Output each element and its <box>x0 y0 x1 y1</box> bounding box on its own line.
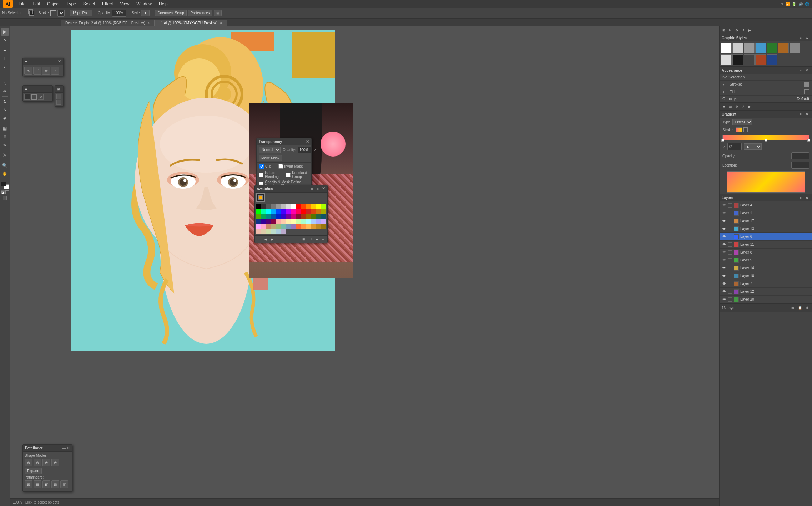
swatches-foot-btn-1[interactable]: ☰ <box>256 236 262 242</box>
swatches-foot-btn-7[interactable]: − <box>320 236 326 242</box>
pf-merge[interactable]: ◧ <box>42 480 50 488</box>
swatch-item[interactable] <box>271 224 276 229</box>
pf-exclude[interactable]: ⊘ <box>51 459 59 466</box>
mini-color-btn-fill[interactable] <box>24 94 30 100</box>
swatch-item[interactable] <box>256 229 261 234</box>
right-panel-icon-4[interactable]: ↺ <box>740 27 746 33</box>
tool-eyedropper[interactable]: ⊕ <box>1 133 9 140</box>
swatch-item[interactable] <box>316 214 321 219</box>
pathfinder-close[interactable]: ✕ <box>67 446 70 450</box>
swatch-item[interactable] <box>271 214 276 219</box>
ap-menu[interactable]: ≡ <box>798 67 803 73</box>
brush-tool-2[interactable]: ⌒ <box>33 67 41 75</box>
swatch-item[interactable] <box>301 209 306 214</box>
foreground-color[interactable] <box>1 182 6 186</box>
swatch-item[interactable] <box>271 204 276 209</box>
ap-stroke-eye[interactable]: ● <box>722 82 727 86</box>
layer-row[interactable]: 👁 Layer 1 <box>720 209 812 217</box>
swatch-item[interactable] <box>301 219 306 224</box>
transform-btn-2[interactable] <box>56 100 61 105</box>
swatch-item[interactable] <box>281 204 286 209</box>
gradient-btn-3[interactable]: ⚙ <box>734 104 740 109</box>
grad-stroke-preview[interactable] <box>743 127 748 132</box>
tab-11ai[interactable]: 11.ai @ 100% (CMYK/GPU Preview) ✕ <box>155 20 227 26</box>
tab-close-0[interactable]: ✕ <box>147 21 150 25</box>
pf-divide[interactable]: ⊞ <box>25 480 32 488</box>
swatch-item[interactable] <box>266 219 271 224</box>
menu-window[interactable]: Window <box>133 1 155 7</box>
tool-hand[interactable]: ✋ <box>1 170 9 178</box>
layer-lock-toggle[interactable] <box>728 211 732 215</box>
tool-pen[interactable]: ✒ <box>1 46 9 54</box>
tool-blend[interactable]: ∞ <box>1 141 9 149</box>
menu-help[interactable]: Help <box>156 1 171 7</box>
swatch-item[interactable] <box>316 224 321 229</box>
gs-close[interactable]: ✕ <box>804 35 810 41</box>
brush-preset-btn[interactable]: 15 pt. Ro... <box>70 10 92 16</box>
gs-swatch-item[interactable] <box>732 43 743 53</box>
trans-opacity-input[interactable] <box>298 147 312 153</box>
gs-swatch-item[interactable] <box>790 43 800 53</box>
swatch-item[interactable] <box>306 209 311 214</box>
swatch-item[interactable] <box>311 209 316 214</box>
swatches-grid-view[interactable]: ⊞ <box>316 186 321 192</box>
tool-slice[interactable]: ⚔ <box>1 151 9 159</box>
swatch-item[interactable] <box>291 204 296 209</box>
swatch-item[interactable] <box>291 209 296 214</box>
gradient-btn-5[interactable]: ▶ <box>747 104 752 109</box>
tool-pencil[interactable]: ✏ <box>1 87 9 95</box>
swatch-item[interactable] <box>281 219 286 224</box>
menu-edit[interactable]: Edit <box>30 1 43 7</box>
make-mask-btn[interactable]: Make Mask <box>259 155 282 161</box>
no-color-btn[interactable] <box>5 190 9 194</box>
swatch-item[interactable] <box>281 214 286 219</box>
swatch-item[interactable] <box>266 209 271 214</box>
tool-rect[interactable]: □ <box>1 71 9 79</box>
swatch-item[interactable] <box>261 229 266 234</box>
pf-crop[interactable]: ⊡ <box>51 480 59 488</box>
layers-footer-btn-2[interactable]: 📋 <box>797 305 803 311</box>
swatch-item[interactable] <box>311 204 316 209</box>
swatch-item[interactable] <box>266 214 271 219</box>
gs-swatch-item[interactable] <box>721 54 732 65</box>
layer-visibility-toggle[interactable]: 👁 <box>722 250 727 255</box>
layer-lock-toggle[interactable] <box>728 235 732 239</box>
blend-mode-select[interactable]: Normal <box>259 147 281 153</box>
trans-close[interactable]: ✕ <box>306 139 309 144</box>
swatch-item[interactable] <box>271 229 276 234</box>
swatch-item[interactable] <box>266 229 271 234</box>
swatch-item[interactable] <box>276 209 281 214</box>
grad-fill-preview[interactable] <box>736 127 742 132</box>
grad-menu[interactable]: ≡ <box>798 111 803 117</box>
brush-panel-close[interactable]: ✕ <box>58 59 61 64</box>
layer-visibility-toggle[interactable]: 👁 <box>722 219 727 224</box>
pf-outline[interactable]: ◫ <box>60 480 68 488</box>
preferences-btn[interactable]: Preferences <box>188 10 212 16</box>
pf-minus-front[interactable]: ⊖ <box>34 459 41 466</box>
layer-visibility-toggle[interactable]: 👁 <box>722 226 727 231</box>
swatch-item[interactable] <box>306 214 311 219</box>
layer-row[interactable]: 👁 Layer 7 <box>720 280 812 288</box>
swatches-foot-btn-2[interactable]: ◀ <box>263 236 268 242</box>
swatch-item[interactable] <box>271 209 276 214</box>
swatch-item[interactable] <box>316 219 321 224</box>
layer-row[interactable]: 👁 Layer 4 <box>720 201 812 209</box>
swatch-item[interactable] <box>281 229 286 234</box>
opacity-input[interactable] <box>112 10 126 17</box>
swatch-item[interactable] <box>276 224 281 229</box>
gs-swatch-item[interactable] <box>744 43 755 53</box>
gs-swatch-item[interactable] <box>767 54 777 65</box>
brush-tool-3[interactable]: ▱ <box>42 67 50 75</box>
layers-footer-btn-1[interactable]: ⊞ <box>790 305 796 311</box>
layers-footer-btn-3[interactable]: 🗑 <box>804 305 810 311</box>
screen-mode-btn[interactable] <box>3 196 7 200</box>
gs-swatch-item[interactable] <box>721 43 732 53</box>
layer-visibility-toggle[interactable]: 👁 <box>722 211 727 216</box>
swatch-item[interactable] <box>301 214 306 219</box>
grad-stop-0[interactable] <box>721 139 724 142</box>
swatches-foot-btn-6[interactable]: ▶ <box>314 236 319 242</box>
grad-reverse-select[interactable]: ▶ <box>744 143 762 150</box>
swatch-item[interactable] <box>296 209 301 214</box>
gs-swatch-item[interactable] <box>755 54 766 65</box>
swatch-item[interactable] <box>321 224 326 229</box>
